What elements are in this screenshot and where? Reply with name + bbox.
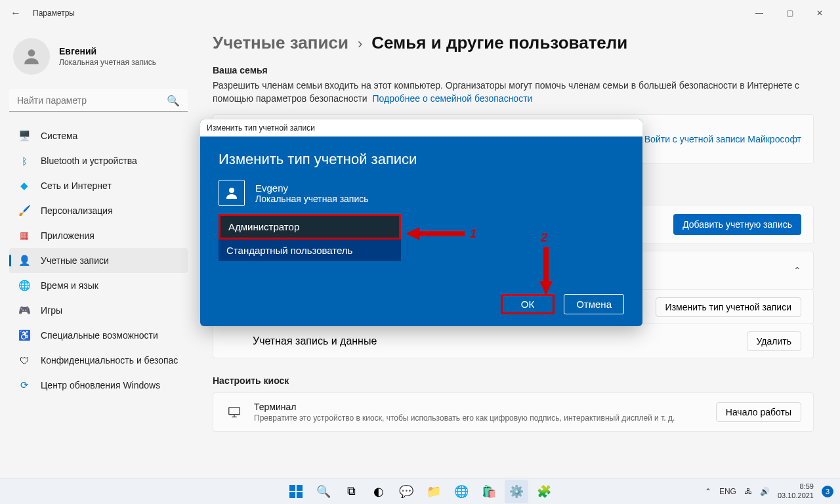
nav-network[interactable]: ◆Сеть и Интернет xyxy=(9,173,188,198)
apps-icon: ▦ xyxy=(16,230,33,242)
dialog-heading: Изменить тип учетной записи xyxy=(219,151,624,168)
dialog-user-name: Evgeny xyxy=(255,182,369,194)
user-subtitle: Локальная учетная запись xyxy=(59,58,156,67)
nav-privacy[interactable]: 🛡Конфиденциальность и безопас xyxy=(9,348,188,373)
volume-icon[interactable]: 🔊 xyxy=(760,487,770,496)
terminal-icon xyxy=(225,405,243,419)
edge-icon[interactable]: 🌐 xyxy=(450,480,473,503)
dialog-user-sub: Локальная учетная запись xyxy=(255,194,369,204)
breadcrumb: Учетные записи › Семья и другие пользова… xyxy=(213,33,814,53)
chat-icon[interactable]: 💬 xyxy=(394,480,418,503)
chevron-right-icon: › xyxy=(358,35,362,52)
person-icon: 👤 xyxy=(16,255,33,266)
option-standard-user[interactable]: Стандартный пользователь xyxy=(219,240,401,261)
gamepad-icon: 🎮 xyxy=(16,304,33,316)
display-icon: 🖥️ xyxy=(16,130,33,142)
store-icon[interactable]: 🛍️ xyxy=(477,480,501,503)
svg-rect-1 xyxy=(229,408,240,415)
kiosk-start-button[interactable]: Начало работы xyxy=(716,402,801,422)
nav-apps[interactable]: ▦Приложения xyxy=(9,223,188,248)
svg-point-4 xyxy=(229,188,234,193)
system-tray: ⌃ ENG 🖧 🔊 8:59 03.10.2021 3 xyxy=(705,482,840,499)
nav-accessibility[interactable]: ♿Специальные возможности xyxy=(9,323,188,348)
user-name: Евгений xyxy=(59,46,156,56)
family-section-title: Ваша семья xyxy=(213,65,814,75)
family-safety-link[interactable]: Подробнее о семейной безопасности xyxy=(372,93,532,104)
change-account-type-button[interactable]: Изменить тип учетной записи xyxy=(656,297,801,317)
current-user-block[interactable]: Евгений Локальная учетная запись xyxy=(9,26,188,89)
tray-overflow-icon[interactable]: ⌃ xyxy=(705,487,711,496)
maximize-button[interactable]: ▢ xyxy=(774,3,805,24)
kiosk-section-title: Настроить киоск xyxy=(213,375,814,386)
shield-icon: 🛡 xyxy=(16,355,33,366)
nav-time-language[interactable]: 🌐Время и язык xyxy=(9,273,188,298)
avatar xyxy=(13,38,50,75)
clock[interactable]: 8:59 03.10.2021 xyxy=(778,482,814,499)
network-icon[interactable]: 🖧 xyxy=(744,487,752,496)
bluetooth-icon: ᛒ xyxy=(16,156,33,167)
kiosk-title: Терминал xyxy=(254,402,675,412)
account-type-dropdown[interactable]: Администратор Стандартный пользователь xyxy=(219,214,401,261)
nav-windows-update[interactable]: ⟳Центр обновления Windows xyxy=(9,373,188,398)
minimize-button[interactable]: ― xyxy=(744,3,774,24)
option-administrator[interactable]: Администратор xyxy=(219,214,401,240)
window-title: Параметры xyxy=(33,9,75,18)
close-button[interactable]: ✕ xyxy=(805,3,835,24)
nav-system[interactable]: 🖥️Система xyxy=(9,123,188,148)
change-account-type-dialog: Изменить тип учетной записи Изменить тип… xyxy=(200,119,642,326)
settings-icon[interactable]: ⚙️ xyxy=(505,480,528,503)
task-view-icon[interactable]: ⧉ xyxy=(339,480,363,503)
add-account-button[interactable]: Добавить учетную запись xyxy=(673,214,801,235)
back-button[interactable]: ← xyxy=(5,7,26,19)
account-data-label: Учетная запись и данные xyxy=(253,335,377,347)
taskbar-search-icon[interactable]: 🔍 xyxy=(312,480,335,503)
app-icon[interactable]: 🧩 xyxy=(532,480,556,503)
svg-point-0 xyxy=(28,49,35,56)
svg-rect-8 xyxy=(297,485,303,491)
kiosk-sub: Превратите это устройство в киоск, чтобы… xyxy=(254,413,675,423)
account-data-row: Учетная запись и данные Удалить xyxy=(213,324,814,358)
cancel-button[interactable]: Отмена xyxy=(564,294,624,314)
family-section-desc: Разрешить членам семьи входить на этот к… xyxy=(213,79,814,105)
svg-rect-9 xyxy=(289,492,295,498)
brush-icon: 🖌️ xyxy=(16,205,33,217)
svg-rect-10 xyxy=(297,492,303,498)
globe-icon: 🌐 xyxy=(16,280,33,291)
sidebar: Евгений Локальная учетная запись 🔍 🖥️Сис… xyxy=(0,26,197,478)
search-box[interactable]: 🔍 xyxy=(9,89,188,112)
wifi-icon: ◆ xyxy=(16,180,33,192)
update-icon: ⟳ xyxy=(16,379,33,391)
kiosk-card: Терминал Превратите это устройство в кио… xyxy=(213,392,814,432)
nav-gaming[interactable]: 🎮Игры xyxy=(9,298,188,323)
language-indicator[interactable]: ENG xyxy=(719,487,736,496)
accessibility-icon: ♿ xyxy=(16,329,33,341)
ms-signin-link[interactable]: Войти с учетной записи Майкрософт xyxy=(644,134,801,144)
nav-bluetooth[interactable]: ᛒBluetooth и устройства xyxy=(9,148,188,173)
person-icon xyxy=(219,180,245,206)
ok-button[interactable]: ОК xyxy=(501,294,555,314)
dialog-titlebar: Изменить тип учетной записи xyxy=(200,119,642,136)
search-input[interactable] xyxy=(9,89,188,112)
dialog-user-row: Evgeny Локальная учетная запись xyxy=(219,180,624,206)
breadcrumb-parent[interactable]: Учетные записи xyxy=(213,33,348,53)
taskbar: 🔍 ⧉ ◐ 💬 📁 🌐 🛍️ ⚙️ 🧩 ⌃ ENG 🖧 🔊 8:59 03.10… xyxy=(0,478,840,504)
delete-account-button[interactable]: Удалить xyxy=(747,331,801,351)
start-button[interactable] xyxy=(284,480,308,503)
file-explorer-icon[interactable]: 📁 xyxy=(422,480,446,503)
search-icon: 🔍 xyxy=(167,94,180,107)
nav-personalization[interactable]: 🖌️Персонализация xyxy=(9,198,188,223)
page-title: Семья и другие пользователи xyxy=(371,33,627,53)
taskbar-center: 🔍 ⧉ ◐ 💬 📁 🌐 🛍️ ⚙️ 🧩 xyxy=(284,480,556,503)
notification-badge[interactable]: 3 xyxy=(822,486,833,497)
svg-rect-7 xyxy=(289,485,295,491)
widgets-icon[interactable]: ◐ xyxy=(367,480,390,503)
nav-list: 🖥️Система ᛒBluetooth и устройства ◆Сеть … xyxy=(9,123,188,398)
nav-accounts[interactable]: 👤Учетные записи xyxy=(9,248,188,273)
window-titlebar: ← Параметры ― ▢ ✕ xyxy=(0,0,840,26)
chevron-up-icon: ⌃ xyxy=(793,265,801,276)
